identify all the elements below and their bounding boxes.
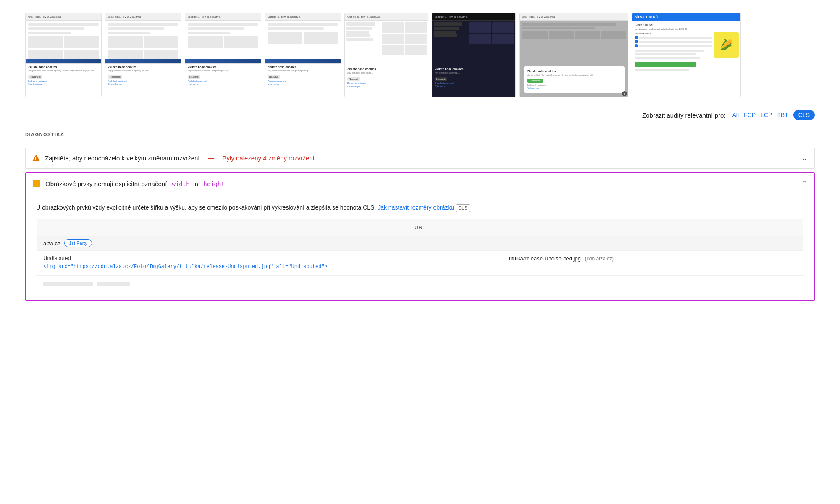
audit-title-width: width [172,181,189,187]
thumb-header-2: Gaming, hry a zábava [105,13,181,21]
table-group-row: alza.cz 1st Party [37,236,804,251]
audit-detail: U obrázkových prvků vždy explicitně urče… [26,194,814,300]
diagnostika-section: DIAGNOSTIKA Zajistěte, aby nedocházelo k… [0,129,840,301]
audit-description: U obrázkových prvků vždy explicitně urče… [36,203,804,212]
audit-title-pre: Obrázkové prvky nemají explicitní označe… [45,180,167,187]
audit-filter-label: Zobrazit audity relevantní pro: [642,112,725,119]
table-next-row-hint [36,275,804,292]
chevron-up-icon[interactable]: ⌃ [801,179,807,188]
screenshot-thumb-8[interactable]: Sleva 100 Kč Sleva 100 Kč na váš nákup v… [632,13,741,97]
url-short: …titulka/release-Undisputed.jpg [504,255,581,262]
audit-filter-row: Zobrazit audity relevantní pro: All FCP … [0,106,840,129]
img-code: <img src="https://cdn.alza.cz/Foto/ImgGa… [43,263,490,270]
filter-fcp[interactable]: FCP [744,112,756,118]
section-title: DIAGNOSTIKA [25,129,815,140]
audit-item-layout-shifts: Zajistěte, aby nedocházelo k velkým změn… [25,147,815,169]
table-cell-url: …titulka/release-Undisputed.jpg (cdn.alz… [497,251,804,275]
thumb-header-8: Sleva 100 Kč [632,13,741,21]
filter-cls[interactable]: CLS [793,110,815,120]
table-header-url: URL [37,219,804,236]
audit-table: URL alza.cz 1st Party [36,219,804,275]
audit-separator: — [208,155,214,161]
audit-item-layout-shifts-header[interactable]: Zajistěte, aby nedocházelo k velkým změn… [26,147,814,168]
audit-item-image-dimensions-title: Obrázkové prvky nemají explicitní označe… [45,180,225,187]
screenshot-thumb-1[interactable]: Gaming, hry a zábava [25,13,102,97]
thumb-header-1: Gaming, hry a zábava [26,13,101,21]
page-wrapper: Gaming, hry a zábava [0,0,840,504]
audit-link[interactable]: Jak nastavit rozměry obrázků [378,204,454,211]
table-group-header: alza.cz 1st Party [37,236,803,250]
screenshot-thumb-6[interactable]: Gaming, hry a zábava [432,13,516,97]
thumb-header-4: Gaming, hry a zábava [265,13,341,21]
url-domain: (cdn.alza.cz) [585,256,614,262]
filter-all[interactable]: All [732,112,739,118]
img-label: Undisputed [43,255,490,261]
audit-item-layout-shifts-title: Zajistěte, aby nedocházelo k velkým změn… [45,155,200,162]
thumb-header-5: Gaming, hry a zábava [345,13,428,21]
screenshot-thumb-2[interactable]: Gaming, hry a zábava [105,13,181,97]
thumb-header-7: Gaming, hry a zábava [520,13,628,21]
audit-item-image-dimensions: Obrázkové prvky nemají explicitní označe… [25,172,815,301]
square-yellow-icon [33,180,40,187]
thumb-header-3: Gaming, hry a zábava [185,13,261,21]
audit-item-image-dimensions-header[interactable]: Obrázkové prvky nemají explicitní označe… [26,173,814,194]
warning-icon [32,154,40,162]
thumb-header-6: Gaming, hry a zábava [432,13,516,21]
screenshot-thumb-4[interactable]: Gaming, hry a zábava alza dnv [265,13,341,97]
party-badge: 1st Party [64,239,92,247]
cls-badge: CLS [456,204,470,213]
screenshot-thumb-5[interactable]: Gaming, hry a zábava [344,13,428,97]
table-group-label: alza.cz [43,240,60,247]
audit-item-layout-shifts-subtitle: Byly nalezeny 4 změny rozvržení [223,155,315,162]
table-row: Undisputed <img src="https://cdn.alza.cz… [37,251,804,275]
screenshot-thumb-7[interactable]: Gaming, hry a zábava Zkuste naše cookies… [519,13,628,97]
filter-tbt[interactable]: TBT [777,112,788,118]
chevron-down-icon[interactable]: ⌄ [801,153,808,163]
screenshot-thumb-3[interactable]: Gaming, hry a zábava alza dnv [185,13,261,97]
table-cell-code: Undisputed <img src="https://cdn.alza.cz… [37,251,497,275]
audit-filter-links: All FCP LCP TBT CLS [732,110,815,120]
audit-title-connector-text: a [195,180,198,187]
audit-title-height: height [203,181,225,187]
screenshots-row: Gaming, hry a zábava [0,8,840,106]
filter-lcp[interactable]: LCP [761,112,772,118]
